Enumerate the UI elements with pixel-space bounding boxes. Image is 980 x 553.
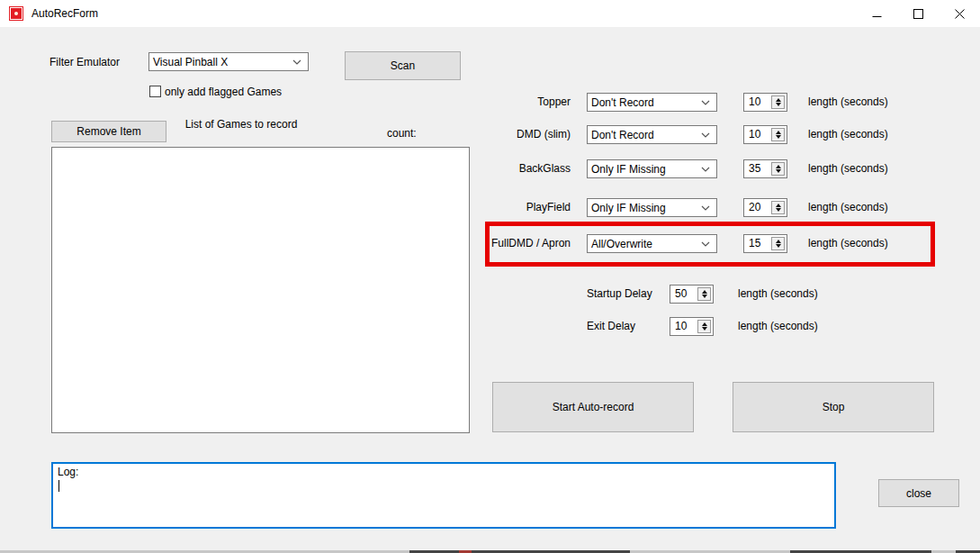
record-mode-select[interactable]: Only IF Missing [587,198,717,217]
emulator-selected-value: Visual Pinball X [153,56,228,68]
length-unit-label: length (seconds) [738,285,818,304]
startup-delay-value: 50 [675,286,687,303]
chevron-down-icon [292,59,301,65]
record-mode-value: Don't Record [591,96,654,109]
close-button-label: close [906,487,931,500]
arrow-up-icon[interactable] [776,131,781,134]
length-unit-label: length (seconds) [808,93,888,112]
arrow-up-icon[interactable] [776,98,781,102]
arrow-down-icon[interactable] [776,169,781,173]
start-auto-record-label: Start Auto-record [553,401,634,413]
arrow-down-icon[interactable] [776,244,781,248]
up-down-arrows-icon[interactable] [771,128,785,141]
arrow-up-icon[interactable] [702,290,707,294]
record-icon-core [11,8,22,19]
length-spinner[interactable]: 20 [743,198,787,217]
arrow-up-icon[interactable] [776,204,781,207]
startup-delay-label: Startup Delay [587,285,652,304]
stop-button[interactable]: Stop [733,382,934,432]
maximize-icon [913,9,923,19]
startup-delay-row: Startup Delay 50 length (seconds) [0,285,980,304]
chevron-down-icon [701,205,710,211]
length-spinner[interactable]: 35 [743,159,787,178]
arrow-down-icon[interactable] [702,327,707,331]
record-row-label: FullDMD / Apron [423,234,571,253]
chevron-down-icon [701,241,710,247]
length-spinner[interactable]: 10 [743,125,787,144]
record-mode-select[interactable]: All/Overwrite [587,234,717,253]
text-caret [58,480,59,492]
arrow-down-icon[interactable] [776,103,781,106]
record-row-label: BackGlass [423,159,571,178]
record-row-backglass: BackGlass Only IF Missing 35 length (sec… [0,159,980,178]
length-value: 15 [749,235,760,252]
record-mode-select[interactable]: Only IF Missing [587,159,717,178]
arrow-down-icon[interactable] [776,135,781,139]
log-textarea[interactable]: Log: [51,462,836,529]
emulator-select[interactable]: Visual Pinball X [148,52,309,71]
record-row-fulldmd-apron: FullDMD / Apron All/Overwrite 15 length … [0,234,980,253]
startup-delay-spinner[interactable]: 50 [670,285,714,304]
record-row-topper: Topper Don't Record 10 length (seconds) [0,93,980,112]
minimize-icon [872,9,882,19]
arrow-up-icon[interactable] [776,240,781,243]
chevron-down-icon [701,132,710,138]
length-value: 20 [749,199,760,216]
record-mode-value: All/Overwrite [591,238,652,250]
log-text: Log: [58,466,78,478]
start-auto-record-button[interactable]: Start Auto-record [492,382,694,432]
minimize-button[interactable] [856,0,897,27]
record-icon-ring [14,12,18,15]
record-row-label: Topper [423,93,571,112]
length-spinner[interactable]: 15 [743,234,787,253]
window-controls [856,0,980,27]
record-mode-value: Only IF Missing [591,163,666,176]
record-mode-select[interactable]: Don't Record [587,93,717,112]
record-row-dmd-slim: DMD (slim) Don't Record 10 length (secon… [0,125,980,144]
titlebar: AutoRecForm [0,0,980,27]
maximize-button[interactable] [897,0,939,27]
record-mode-select[interactable]: Don't Record [587,125,717,144]
close-button[interactable]: close [878,479,959,507]
length-value: 35 [749,160,760,177]
exit-delay-value: 10 [675,318,687,335]
close-window-button[interactable] [939,0,980,27]
up-down-arrows-icon[interactable] [697,320,711,333]
length-value: 10 [749,94,760,111]
scan-button-label: Scan [391,59,415,72]
exit-delay-label: Exit Delay [587,317,635,336]
up-down-arrows-icon[interactable] [771,201,785,214]
up-down-arrows-icon[interactable] [697,287,711,301]
arrow-down-icon[interactable] [702,295,707,298]
up-down-arrows-icon[interactable] [771,95,785,109]
record-row-playfield: PlayField Only IF Missing 20 length (sec… [0,198,980,217]
filter-emulator-label: Filter Emulator [49,56,120,68]
length-spinner[interactable]: 10 [743,93,787,112]
window-title: AutoRecForm [31,7,98,20]
record-mode-value: Only IF Missing [591,202,666,214]
close-icon [955,9,965,19]
length-unit-label: length (seconds) [808,159,888,178]
length-unit-label: length (seconds) [808,198,888,217]
arrow-down-icon[interactable] [776,208,781,212]
chevron-down-icon [701,100,710,105]
length-value: 10 [749,126,760,143]
record-mode-value: Don't Record [591,129,654,141]
record-row-label: PlayField [423,198,571,217]
record-icon [9,6,23,21]
length-unit-label: length (seconds) [808,234,888,253]
record-row-label: DMD (slim) [423,125,571,144]
up-down-arrows-icon[interactable] [771,162,785,176]
exit-delay-spinner[interactable]: 10 [670,317,714,336]
length-unit-label: length (seconds) [738,317,818,336]
chevron-down-icon [701,167,710,172]
up-down-arrows-icon[interactable] [771,237,785,250]
length-unit-label: length (seconds) [808,125,888,144]
exit-delay-row: Exit Delay 10 length (seconds) [0,317,980,336]
autorecform-window: AutoRecForm Filter Emulator Visual Pinba… [0,0,980,553]
arrow-up-icon[interactable] [776,165,781,168]
scan-button[interactable]: Scan [345,51,461,80]
stop-button-label: Stop [823,401,845,413]
arrow-up-icon[interactable] [702,322,707,326]
